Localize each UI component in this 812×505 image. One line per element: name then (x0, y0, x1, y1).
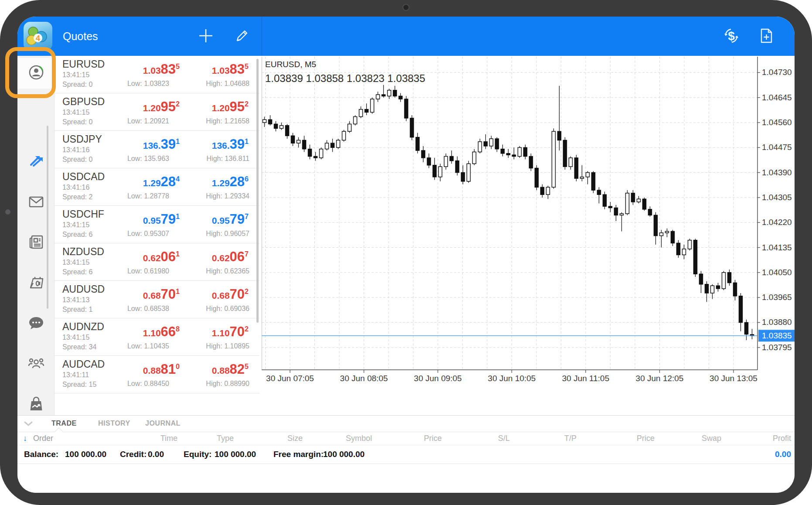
quote-spread: Spread: 15 (62, 381, 96, 389)
symbol-name: NZDUSD (62, 246, 104, 258)
day-low: Low: 1.20921 (127, 117, 169, 125)
symbol-name: USDCAD (62, 171, 105, 183)
tab-trade[interactable]: TRADE (51, 420, 77, 427)
quotes-scrollbar[interactable] (256, 59, 259, 323)
bid-price: 0.95791 (143, 212, 180, 227)
svg-text:30 Jun 09:05: 30 Jun 09:05 (414, 374, 462, 383)
sidebar-scrollbar[interactable] (47, 126, 48, 309)
column-order[interactable]: Order (33, 434, 53, 443)
svg-text:30 Jun 07:05: 30 Jun 07:05 (266, 374, 314, 383)
mail-icon (27, 193, 45, 212)
quote-row-usdcad[interactable]: USDCAD13:41:16Spread: 21.29284Low: 1.287… (55, 168, 259, 206)
tab-journal[interactable]: JOURNAL (145, 420, 181, 427)
quote-row-audcad[interactable]: AUDCAD13:41:11Spread: 150.88810Low: 0.88… (55, 356, 259, 393)
quote-spread: Spread: 34 (62, 343, 96, 351)
ask-price: 0.62067 (212, 249, 249, 265)
calendar-icon (27, 273, 45, 293)
symbol-name: AUDNZD (62, 321, 104, 333)
divider (17, 464, 795, 464)
tab-history[interactable]: HISTORY (98, 420, 130, 427)
quote-row-audusd[interactable]: AUDUSD13:41:13Spread: 10.68701Low: 0.685… (55, 281, 259, 318)
bid-price: 1.29284 (143, 174, 180, 190)
column-tp-6: T/P (564, 434, 577, 443)
candlestick-chart[interactable]: 1.047301.046451.045601.044751.043901.043… (262, 57, 795, 388)
quote-spread: Spread: 0 (62, 156, 92, 164)
quote-time: 13:41:13 (62, 296, 89, 304)
day-high: High: 0.69036 (206, 305, 249, 313)
sidebar-item-chat[interactable] (17, 308, 55, 340)
sidebar-item-calendar[interactable] (17, 268, 55, 299)
add-symbol-icon[interactable] (197, 27, 215, 45)
ask-price: 136.391 (212, 136, 249, 152)
day-low: Low: 1.03823 (127, 80, 169, 88)
svg-text:1.04390: 1.04390 (762, 168, 792, 177)
sort-arrow-icon: ↓ (23, 434, 27, 443)
quote-time: 13:41:15 (62, 259, 89, 266)
day-high: High: 1.04688 (206, 80, 249, 88)
quote-spread: Spread: 1 (62, 306, 92, 314)
svg-text:30 Jun 10:05: 30 Jun 10:05 (488, 374, 536, 383)
quotes-list: EURUSD13:41:15Spread: 01.03835Low: 1.038… (55, 56, 259, 415)
ask-price: 0.88825 (212, 362, 249, 377)
quote-spread: Spread: 6 (62, 268, 92, 276)
balance-label: Balance: (24, 450, 58, 459)
svg-text:30 Jun 08:05: 30 Jun 08:05 (340, 374, 388, 383)
bezel-button-dot (5, 209, 10, 215)
quote-row-nzdusd[interactable]: NZDUSD13:41:15Spread: 60.62061Low: 0.619… (55, 243, 259, 281)
day-low: Low: 0.88450 (127, 380, 169, 388)
sidebar-item-community[interactable] (17, 349, 55, 380)
quote-row-usdjpy[interactable]: USDJPY13:41:16Spread: 0136.391Low: 135.9… (55, 131, 259, 168)
column-size-2: Size (287, 434, 303, 443)
sidebar-item-account[interactable] (17, 58, 55, 89)
svg-text:$: $ (728, 29, 735, 43)
svg-text:30 Jun 13:05: 30 Jun 13:05 (710, 374, 757, 383)
sidebar-item-mail[interactable] (17, 187, 55, 218)
symbol-name: EURUSD (62, 58, 105, 70)
quote-spread: Spread: 0 (62, 118, 92, 126)
trade-panel: TRADE HISTORY JOURNAL ↓ Order TimeTypeSi… (17, 415, 795, 493)
balance-label: Credit: (120, 450, 147, 459)
column-price-4: Price (424, 434, 442, 443)
svg-text:30 Jun 12:05: 30 Jun 12:05 (636, 374, 684, 383)
camera-dot (403, 4, 409, 11)
currency-exchange-icon[interactable]: $ (721, 26, 741, 46)
quote-time: 13:41:15 (62, 334, 89, 341)
column-price-7: Price (637, 434, 655, 443)
edit-symbols-icon[interactable] (233, 27, 251, 44)
quote-spread: Spread: 6 (62, 231, 92, 239)
app-screen: 4 Quotes $ (17, 17, 795, 493)
svg-text:1.04560: 1.04560 (762, 118, 792, 127)
page-title: Quotes (63, 30, 98, 43)
quote-time: 13:41:16 (62, 146, 89, 154)
collapse-panel-button[interactable] (21, 417, 36, 430)
bid-price: 0.88810 (143, 362, 180, 377)
sidebar-item-news[interactable] (17, 227, 55, 259)
sidebar-item-trade[interactable] (17, 146, 55, 177)
quote-time: 13:41:15 (62, 71, 89, 79)
market-icon (27, 396, 45, 416)
account-icon (27, 63, 46, 84)
symbol-name: USDCHF (62, 208, 104, 220)
quote-row-usdchf[interactable]: USDCHF13:41:15Spread: 60.95791Low: 0.953… (55, 206, 259, 243)
quote-row-gbpusd[interactable]: GBPUSD13:41:15Spread: 01.20952Low: 1.209… (55, 93, 259, 131)
svg-text:1.04475: 1.04475 (762, 143, 792, 152)
news-icon (27, 233, 45, 252)
svg-text:30 Jun 11:05: 30 Jun 11:05 (562, 374, 609, 383)
quote-row-audnzd[interactable]: AUDNZD13:41:15Spread: 341.10668Low: 1.10… (55, 318, 259, 356)
column-swap-8: Swap (702, 434, 721, 443)
quote-row-eurusd[interactable]: EURUSD13:41:15Spread: 01.03835Low: 1.038… (55, 56, 259, 93)
balance-value: 100 000.00 (65, 450, 106, 459)
svg-text:1.03839 1.03858 1.03823 1.0383: 1.03839 1.03858 1.03823 1.03835 (265, 72, 425, 84)
new-window-icon[interactable] (757, 27, 775, 45)
chart-area[interactable]: 1.047301.046451.045601.044751.043901.043… (259, 56, 795, 415)
balance-value: 100 000.00 (323, 450, 365, 459)
svg-text:1.04730: 1.04730 (762, 68, 792, 77)
app-header: 4 Quotes $ (17, 17, 795, 56)
symbol-name: AUDUSD (62, 283, 105, 295)
day-high: High: 0.96057 (206, 230, 249, 238)
quote-time: 13:41:15 (62, 109, 89, 116)
day-high: High: 0.88990 (206, 380, 249, 388)
svg-text:1.03965: 1.03965 (762, 293, 792, 302)
bid-price: 0.68701 (143, 287, 180, 302)
trade-panel-tabs: TRADE HISTORY JOURNAL (17, 416, 795, 432)
